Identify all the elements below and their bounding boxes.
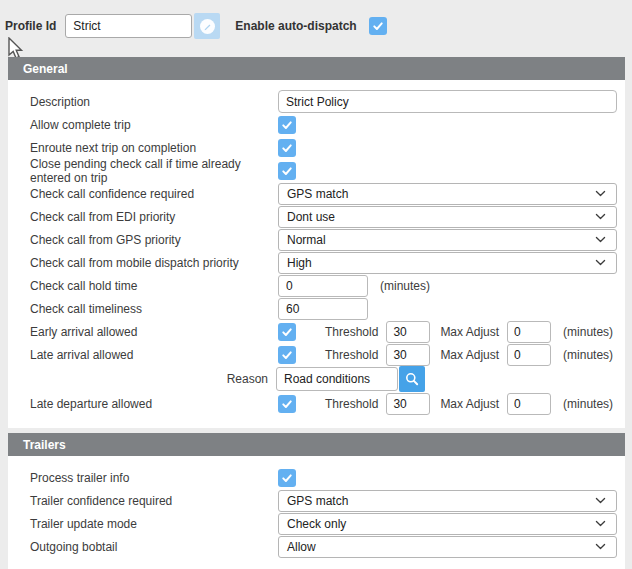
reason-input[interactable]	[276, 367, 398, 391]
check-icon	[281, 165, 293, 177]
outgoing-bobtail-row: Outgoing bobtail Allow	[30, 535, 617, 558]
check-icon	[281, 119, 293, 131]
trailers-section-title: Trailers	[23, 438, 66, 452]
close-pending-check-call-row: Close pending check call if time already…	[30, 159, 617, 182]
process-trailer-info-row: Process trailer info	[30, 466, 617, 489]
late-departure-row: Late departure allowed Threshold Max Adj…	[30, 392, 617, 415]
check-icon	[281, 326, 293, 338]
outgoing-bobtail-select[interactable]: Allow	[278, 536, 617, 558]
trailer-update-mode-label: Trailer update mode	[30, 517, 278, 531]
auto-dispatch-checkbox[interactable]	[369, 17, 387, 35]
enroute-next-trip-label: Enroute next trip on completion	[30, 141, 278, 155]
description-row: Description	[30, 90, 617, 113]
trailer-confidence-row: Trailer confidence required GPS match	[30, 489, 617, 512]
check-call-confidence-label: Check call confidence required	[30, 187, 278, 201]
enroute-next-trip-checkbox[interactable]	[278, 139, 296, 157]
process-trailer-info-label: Process trailer info	[30, 471, 278, 485]
late-arrival-checkbox[interactable]	[278, 346, 296, 364]
max-adjust-label: Max Adjust	[440, 397, 499, 411]
close-pending-check-call-checkbox[interactable]	[278, 162, 296, 180]
edit-profile-button[interactable]	[194, 13, 220, 39]
check-call-edi-priority-row: Check call from EDI priority Dont use	[30, 205, 617, 228]
trailers-section-header: Trailers	[8, 433, 625, 456]
profile-id-input[interactable]	[65, 14, 192, 38]
chevron-down-icon	[594, 256, 607, 269]
check-call-timeliness-row: Check call timeliness	[30, 297, 617, 320]
reason-label: Reason	[30, 372, 276, 386]
check-icon	[281, 142, 293, 154]
trailers-section: Trailers Process trailer info Trailer co…	[8, 433, 625, 569]
early-arrival-threshold-input[interactable]	[386, 321, 430, 343]
chevron-down-icon	[594, 540, 607, 553]
trailer-confidence-label: Trailer confidence required	[30, 494, 278, 508]
check-icon	[281, 349, 293, 361]
check-call-hold-time-row: Check call hold time (minutes)	[30, 274, 617, 297]
trailer-update-mode-row: Trailer update mode Check only	[30, 512, 617, 535]
allow-complete-trip-label: Allow complete trip	[30, 118, 278, 132]
reason-row: Reason	[30, 366, 617, 392]
minutes-suffix: (minutes)	[563, 325, 613, 339]
chevron-down-icon	[594, 233, 607, 246]
check-icon	[281, 472, 293, 484]
check-call-mobile-priority-select[interactable]: High	[278, 252, 617, 274]
trailer-confidence-select[interactable]: GPS match	[278, 490, 617, 512]
trailer-update-mode-value: Check only	[287, 517, 346, 531]
late-arrival-max-adjust-input[interactable]	[507, 344, 551, 366]
minutes-suffix: (minutes)	[563, 348, 613, 362]
minutes-suffix: (minutes)	[380, 279, 430, 293]
check-call-confidence-select[interactable]: GPS match	[278, 183, 617, 205]
check-call-edi-priority-select[interactable]: Dont use	[278, 206, 617, 228]
trailer-update-mode-select[interactable]: Check only	[278, 513, 617, 535]
outgoing-bobtail-value: Allow	[287, 540, 316, 554]
check-call-gps-priority-label: Check call from GPS priority	[30, 233, 278, 247]
check-call-edi-priority-value: Dont use	[287, 210, 335, 224]
late-departure-checkbox[interactable]	[278, 395, 296, 413]
early-arrival-row: Early arrival allowed Threshold Max Adju…	[30, 320, 617, 343]
auto-dispatch-label: Enable auto-dispatch	[235, 19, 356, 33]
check-call-timeliness-label: Check call timeliness	[30, 302, 278, 316]
threshold-label: Threshold	[325, 325, 378, 339]
search-icon	[404, 371, 420, 387]
process-trailer-info-checkbox[interactable]	[278, 469, 296, 487]
chevron-down-icon	[594, 517, 607, 530]
late-departure-threshold-input[interactable]	[386, 393, 430, 415]
chevron-down-icon	[594, 494, 607, 507]
max-adjust-label: Max Adjust	[440, 348, 499, 362]
threshold-label: Threshold	[325, 397, 378, 411]
close-pending-check-call-label: Close pending check call if time already…	[30, 157, 278, 185]
early-arrival-checkbox[interactable]	[278, 323, 296, 341]
allow-complete-trip-checkbox[interactable]	[278, 116, 296, 134]
general-section-title: General	[23, 62, 68, 76]
late-departure-max-adjust-input[interactable]	[507, 393, 551, 415]
late-arrival-label: Late arrival allowed	[30, 348, 278, 362]
late-arrival-row: Late arrival allowed Threshold Max Adjus…	[30, 343, 617, 366]
check-call-timeliness-input[interactable]	[278, 298, 368, 320]
check-call-confidence-row: Check call confidence required GPS match	[30, 182, 617, 205]
check-call-mobile-priority-value: High	[287, 256, 312, 270]
check-call-hold-time-label: Check call hold time	[30, 279, 278, 293]
late-departure-label: Late departure allowed	[30, 397, 278, 411]
early-arrival-max-adjust-input[interactable]	[507, 321, 551, 343]
general-section: General Description Allow complete trip …	[8, 57, 625, 428]
check-call-edi-priority-label: Check call from EDI priority	[30, 210, 278, 224]
outgoing-bobtail-label: Outgoing bobtail	[30, 540, 278, 554]
profile-id-label: Profile Id	[5, 19, 56, 33]
minutes-suffix: (minutes)	[563, 397, 613, 411]
trailer-confidence-value: GPS match	[287, 494, 348, 508]
check-call-confidence-value: GPS match	[287, 187, 348, 201]
toolbar: Profile Id Enable auto-dispatch	[0, 0, 632, 40]
check-call-gps-priority-select[interactable]: Normal	[278, 229, 617, 251]
general-section-header: General	[8, 57, 625, 80]
check-icon	[372, 20, 384, 32]
edit-icon	[200, 19, 215, 34]
early-arrival-label: Early arrival allowed	[30, 325, 278, 339]
check-call-hold-time-input[interactable]	[278, 275, 368, 297]
max-adjust-label: Max Adjust	[440, 325, 499, 339]
late-arrival-threshold-input[interactable]	[386, 344, 430, 366]
reason-search-button[interactable]	[399, 366, 425, 392]
threshold-label: Threshold	[325, 348, 378, 362]
check-call-gps-priority-value: Normal	[287, 233, 326, 247]
chevron-down-icon	[594, 210, 607, 223]
description-input[interactable]	[278, 90, 617, 113]
check-call-gps-priority-row: Check call from GPS priority Normal	[30, 228, 617, 251]
